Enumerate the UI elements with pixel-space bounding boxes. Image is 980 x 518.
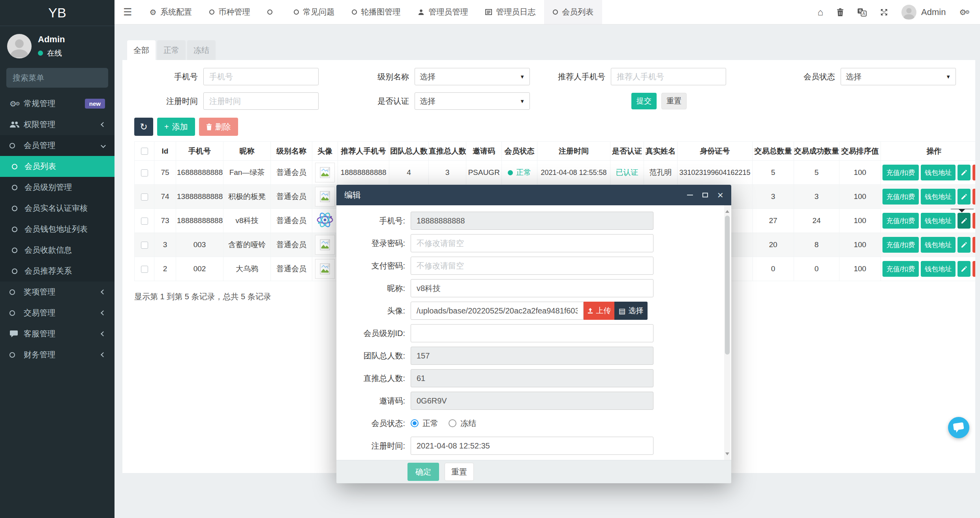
recharge-button[interactable]: 充值/扣费 [882,213,919,229]
tab-frozen[interactable]: 冻结 [187,40,216,60]
modal-reset-button[interactable]: 重置 [445,463,474,481]
recharge-button[interactable]: 充值/扣费 [882,165,919,180]
verified-select[interactable]: 选择 ▼ [415,92,530,110]
column-header[interactable]: 操作 [881,142,976,161]
select-all-checkbox[interactable] [141,148,148,155]
column-header[interactable]: 邀请码 [466,142,502,161]
member-status-select[interactable]: 选择 ▼ [841,68,956,85]
tab-normal[interactable]: 正常 [157,40,186,60]
refresh-button[interactable]: ↻ [134,118,153,136]
translate-icon[interactable]: A [857,8,867,17]
row-checkbox[interactable] [141,169,148,176]
menu-search-input[interactable] [13,73,117,83]
tab-member-list[interactable]: 会员列表 [544,0,602,24]
maximize-icon[interactable] [702,193,708,197]
sidebar-item-service[interactable]: 客服管理 [0,323,115,344]
settings-gears-icon[interactable]: ⚙⚙ [959,8,970,16]
minimize-icon[interactable] [687,195,693,195]
sidebar-item-finance[interactable]: 财务管理 [0,344,115,365]
column-header[interactable]: 交易成功数量 [794,142,839,161]
sidebar-item-trade[interactable]: 交易管理 [0,302,115,323]
tab-faq[interactable]: 常见问题 [285,0,343,24]
column-header[interactable]: Id [154,142,176,161]
tab-admin-log[interactable]: 管理员日志 [477,0,544,24]
edit-button[interactable] [957,165,971,180]
radio-frozen[interactable]: 冻结 [449,418,476,429]
row-delete-button[interactable] [972,213,975,229]
scroll-up-icon[interactable] [725,208,729,213]
sidebar-subitem[interactable]: 会员列表 [0,156,115,177]
topnav-user[interactable]: Admin [901,5,946,20]
reset-button[interactable]: 重置 [661,93,687,109]
row-checkbox[interactable] [141,218,148,225]
column-header[interactable]: 团队总人数 [389,142,429,161]
tab-banner[interactable]: 轮播图管理 [343,0,409,24]
edit-button[interactable] [957,261,971,277]
sidebar-subitem[interactable]: 会员钱包地址列表 [0,219,115,240]
fullscreen-icon[interactable] [880,8,888,16]
delete-button[interactable]: 删除 [199,118,238,136]
add-button[interactable]: +添加 [157,118,195,136]
column-header[interactable]: 交易总数量 [753,142,794,161]
row-delete-button[interactable] [972,261,975,277]
app-logo[interactable]: YB [0,0,115,26]
sidebar-subitem[interactable]: 会员实名认证审核 [0,198,115,219]
scroll-down-icon[interactable] [725,452,729,457]
modal-nickname-input[interactable] [411,279,653,297]
modal-scrollbar[interactable] [724,205,730,460]
row-checkbox[interactable] [141,242,148,249]
column-header[interactable]: 直推总人数 [429,142,466,161]
modal-avatar-path-input[interactable] [411,302,584,320]
tab-system-config[interactable]: ⚙ 系统配置 [141,0,201,24]
edit-button[interactable] [957,237,971,253]
upload-button[interactable]: 上传 [584,302,614,320]
recharge-button[interactable]: 充值/扣费 [882,261,919,277]
scrollbar-thumb[interactable] [725,216,730,355]
column-header[interactable]: 会员状态 [502,142,537,161]
choose-button[interactable]: ▤ 选择 [614,302,648,320]
column-header[interactable]: 是否认证 [610,142,644,161]
sidebar-item-general[interactable]: ⚙⚙ 常规管理 new [0,93,115,114]
trash-icon[interactable] [837,8,844,16]
tab-all[interactable]: 全部 [127,40,156,60]
sidebar-subitem[interactable]: 会员收款信息 [0,240,115,261]
recharge-button[interactable]: 充值/扣费 [882,189,919,205]
sidebar-subitem[interactable]: 会员推荐关系 [0,261,115,282]
edit-button[interactable] [957,189,971,205]
column-header[interactable]: 手机号 [176,142,223,161]
modal-header[interactable]: 编辑 × [336,185,731,205]
tab-currency[interactable]: 币种管理 [201,0,259,24]
column-header[interactable]: 真实姓名 [644,142,678,161]
home-icon[interactable]: ⌂ [818,7,824,18]
submit-button[interactable]: 提交 [631,93,657,109]
modal-login-password-input[interactable] [411,234,653,252]
chat-widget-button[interactable] [948,417,969,438]
sidebar-item-member[interactable]: 会员管理 [0,135,115,156]
recharge-button[interactable]: 充值/扣费 [882,237,919,253]
row-delete-button[interactable] [972,237,975,253]
row-delete-button[interactable] [972,165,975,180]
wallet-address-button[interactable]: 钱包地址 [921,189,956,205]
column-header[interactable]: 注册时间 [537,142,610,161]
hamburger-icon[interactable]: ☰ [115,6,141,18]
modal-level-id-input[interactable] [411,324,653,342]
column-header[interactable]: 级别名称 [271,142,312,161]
column-header[interactable]: 昵称 [223,142,271,161]
column-header[interactable]: 身份证号 [678,142,753,161]
sidebar-subitem[interactable]: 会员级别管理 [0,177,115,198]
row-delete-button[interactable] [972,189,975,205]
referrer-input[interactable] [611,68,726,85]
close-icon[interactable]: × [717,190,723,200]
column-header[interactable]: 交易排序值 [839,142,881,161]
row-checkbox[interactable] [141,266,148,273]
sidebar-item-award[interactable]: 奖项管理 [0,282,115,302]
wallet-address-button[interactable]: 钱包地址 [921,165,956,180]
confirm-button[interactable]: 确定 [407,463,439,481]
phone-input[interactable] [203,68,319,85]
regtime-input[interactable] [203,92,319,110]
modal-reg-time-input[interactable] [411,437,653,455]
sidebar-item-permission[interactable]: 权限管理 [0,114,115,135]
column-header[interactable]: 头像 [312,142,338,161]
wallet-address-button[interactable]: 钱包地址 [921,213,956,229]
wallet-address-button[interactable]: 钱包地址 [921,261,956,277]
